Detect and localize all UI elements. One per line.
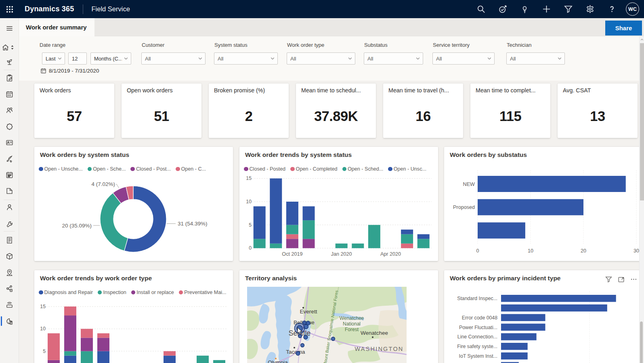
app-title[interactable]: Dynamics 365	[25, 5, 74, 13]
filter-dropdown-technician[interactable]: All	[506, 52, 565, 65]
check-circle-button[interactable]	[492, 0, 514, 18]
sidebar-item-hamburger[interactable]	[0, 21, 19, 35]
sidebar-item-bookings[interactable]	[0, 167, 19, 182]
help-button[interactable]	[601, 0, 623, 18]
map-bubble[interactable]	[304, 325, 308, 329]
bar-segment[interactable]	[64, 351, 76, 356]
bar-segment[interactable]	[64, 315, 76, 351]
bar-segment[interactable]	[64, 356, 76, 363]
bar-segment[interactable]	[303, 207, 315, 221]
bar-segment[interactable]	[164, 356, 176, 363]
work-orders-by-primary-incident-type-card-plot[interactable]: Standard Inspec...Error code 0048Power F…	[444, 270, 643, 363]
map-canvas[interactable]: EverettBellevueSeattleTacomaOlympiaWenat…	[247, 287, 407, 363]
bar-Proposed[interactable]	[478, 199, 583, 215]
sidebar-item-tasks[interactable]	[0, 71, 19, 85]
bar-segment[interactable]	[197, 356, 209, 363]
bar-segment[interactable]	[64, 307, 76, 315]
share-button[interactable]: Share	[605, 21, 642, 35]
bar-segment[interactable]	[81, 351, 93, 363]
bar-segment[interactable]	[286, 239, 298, 248]
bar-segment[interactable]	[270, 244, 282, 248]
bar-segment[interactable]	[401, 244, 413, 248]
filter-dropdown-customer[interactable]: All	[141, 52, 206, 65]
bar-segment[interactable]	[417, 239, 430, 248]
filter-dropdown-substatus[interactable]: All	[364, 52, 423, 65]
bar-row-1[interactable]	[501, 305, 607, 312]
bar-segment[interactable]	[286, 202, 298, 225]
map-bubble[interactable]	[296, 351, 300, 355]
bar-segment[interactable]	[81, 338, 93, 351]
map-bubble[interactable]	[301, 344, 304, 347]
sidebar-item-devices[interactable]	[0, 297, 19, 312]
territory-map[interactable]: EverettBellevueSeattleTacomaOlympiaWenat…	[247, 287, 407, 363]
lightbulb-button[interactable]	[514, 0, 535, 18]
bar-segment[interactable]	[286, 225, 298, 234]
vertical-scrollbar[interactable]	[639, 36, 644, 363]
work-order-trends-by-system-status-card-plot[interactable]: 051015Oct 2019Jan 2020Apr 2020	[239, 147, 438, 261]
sidebar-item-invoices[interactable]	[0, 233, 19, 247]
search-button[interactable]	[470, 0, 492, 18]
donut-chart[interactable]: 31 (54.39%)20 (35.09%)4 (7.02%)	[34, 147, 233, 261]
sidebar-item-analytics[interactable]	[0, 314, 19, 328]
date-count-input[interactable]: 12	[68, 52, 87, 65]
sidebar-item-products[interactable]	[0, 249, 19, 263]
bar-segment[interactable]	[336, 244, 348, 248]
bar-segment[interactable]	[48, 360, 60, 363]
date-unit-dropdown[interactable]: Months (C...	[90, 52, 131, 65]
bar-segment[interactable]	[164, 351, 176, 356]
filter-dropdown-work-order-type[interactable]: All	[287, 52, 355, 65]
bar-NEW[interactable]	[478, 176, 626, 192]
filter-button[interactable]	[557, 0, 579, 18]
filter-dropdown-system-status[interactable]: All	[214, 52, 278, 65]
date-mode-dropdown[interactable]: Last	[42, 52, 65, 65]
bar-row-2[interactable]	[478, 222, 525, 238]
sidebar-item-get-started[interactable]	[0, 54, 19, 69]
bar-Standard Inspec...[interactable]	[501, 295, 616, 302]
bar-segment[interactable]	[286, 234, 298, 239]
bar-segment[interactable]	[368, 225, 380, 248]
sidebar-item-assets[interactable]	[0, 151, 19, 166]
module-title[interactable]: Field Service	[91, 5, 130, 13]
bar-segment[interactable]	[254, 239, 266, 248]
bar-segment[interactable]	[97, 338, 109, 351]
bar-segment[interactable]	[97, 351, 109, 363]
sidebar-item-customers[interactable]	[0, 135, 19, 150]
map-bubble[interactable]	[331, 337, 335, 341]
bar-segment[interactable]	[254, 207, 266, 239]
tab-work-order-summary[interactable]: Work order summary	[19, 18, 94, 36]
bar-segment[interactable]	[352, 244, 364, 248]
bar-IoT System Inst...[interactable]	[501, 353, 528, 360]
sidebar-item-territories[interactable]	[0, 265, 19, 280]
scroll-up-arrow[interactable]	[640, 37, 644, 42]
waffle-icon[interactable]	[0, 0, 19, 18]
bar-segment[interactable]	[401, 229, 413, 234]
bar-Fire safety syste...[interactable]	[501, 343, 528, 350]
bar-segment[interactable]	[48, 333, 60, 360]
sidebar-item-contacts[interactable]	[0, 200, 19, 214]
map-bubble[interactable]	[303, 321, 306, 325]
sidebar-item-schedule-board[interactable]	[0, 87, 19, 101]
bar-segment[interactable]	[213, 360, 225, 363]
plus-button[interactable]	[535, 0, 557, 18]
work-order-trends-by-work-order-type-card-plot[interactable]: 051015Oct 2019Jan 2020Apr 2020	[34, 270, 233, 363]
sidebar-item-home[interactable]	[0, 40, 19, 54]
sidebar-item-work-orders[interactable]	[0, 184, 19, 198]
bar-segment[interactable]	[303, 220, 315, 239]
bar-segment[interactable]	[417, 234, 430, 239]
bar-Power Fluctuati...[interactable]	[501, 323, 545, 331]
report-scrollbar-thumb[interactable]	[640, 321, 643, 363]
sidebar-item-iot-alerts[interactable]	[0, 281, 19, 296]
bar-segment[interactable]	[303, 239, 315, 248]
bar-segment[interactable]	[270, 178, 282, 243]
scrollbar-thumb[interactable]	[640, 43, 644, 200]
map-bubble[interactable]	[298, 334, 302, 338]
bar-segment[interactable]	[97, 333, 109, 338]
sidebar-item-services[interactable]	[0, 217, 19, 231]
sidebar-item-extensions[interactable]	[0, 119, 19, 134]
bar-segment[interactable]	[81, 329, 93, 338]
sidebar-item-resources[interactable]	[0, 103, 19, 117]
work-orders-by-substatus-card-plot[interactable]: 0102030NEWProposed	[444, 147, 643, 261]
bar-Error code 0048[interactable]	[501, 314, 545, 321]
map-bubble[interactable]	[304, 335, 308, 339]
filter-dropdown-service-territory[interactable]: All	[432, 52, 495, 65]
